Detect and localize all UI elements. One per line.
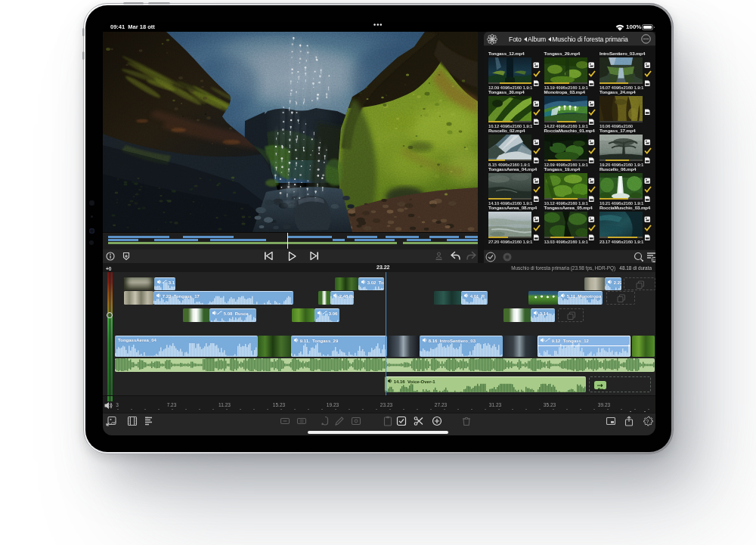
svg-text:18: 18 bbox=[653, 258, 656, 262]
svg-text:?: ? bbox=[646, 419, 649, 424]
